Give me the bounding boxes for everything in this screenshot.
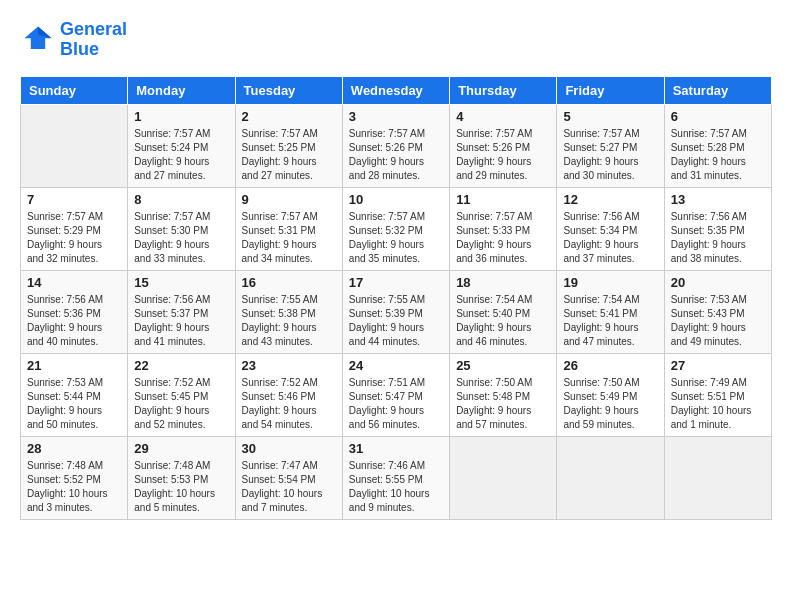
day-cell: 13Sunrise: 7:56 AMSunset: 5:35 PMDayligh… bbox=[664, 187, 771, 270]
day-cell: 23Sunrise: 7:52 AMSunset: 5:46 PMDayligh… bbox=[235, 353, 342, 436]
day-number: 10 bbox=[349, 192, 443, 207]
week-row-5: 28Sunrise: 7:48 AMSunset: 5:52 PMDayligh… bbox=[21, 436, 772, 519]
week-row-4: 21Sunrise: 7:53 AMSunset: 5:44 PMDayligh… bbox=[21, 353, 772, 436]
day-cell: 25Sunrise: 7:50 AMSunset: 5:48 PMDayligh… bbox=[450, 353, 557, 436]
day-number: 2 bbox=[242, 109, 336, 124]
day-cell bbox=[450, 436, 557, 519]
day-info: Sunrise: 7:53 AMSunset: 5:43 PMDaylight:… bbox=[671, 293, 765, 349]
column-header-wednesday: Wednesday bbox=[342, 76, 449, 104]
day-info: Sunrise: 7:47 AMSunset: 5:54 PMDaylight:… bbox=[242, 459, 336, 515]
day-number: 16 bbox=[242, 275, 336, 290]
day-cell: 17Sunrise: 7:55 AMSunset: 5:39 PMDayligh… bbox=[342, 270, 449, 353]
day-info: Sunrise: 7:57 AMSunset: 5:29 PMDaylight:… bbox=[27, 210, 121, 266]
day-cell: 16Sunrise: 7:55 AMSunset: 5:38 PMDayligh… bbox=[235, 270, 342, 353]
column-header-tuesday: Tuesday bbox=[235, 76, 342, 104]
day-cell: 27Sunrise: 7:49 AMSunset: 5:51 PMDayligh… bbox=[664, 353, 771, 436]
day-number: 25 bbox=[456, 358, 550, 373]
logo: General Blue bbox=[20, 20, 127, 60]
day-cell: 10Sunrise: 7:57 AMSunset: 5:32 PMDayligh… bbox=[342, 187, 449, 270]
day-cell: 19Sunrise: 7:54 AMSunset: 5:41 PMDayligh… bbox=[557, 270, 664, 353]
day-number: 26 bbox=[563, 358, 657, 373]
column-header-thursday: Thursday bbox=[450, 76, 557, 104]
day-info: Sunrise: 7:57 AMSunset: 5:30 PMDaylight:… bbox=[134, 210, 228, 266]
day-info: Sunrise: 7:57 AMSunset: 5:26 PMDaylight:… bbox=[456, 127, 550, 183]
day-number: 5 bbox=[563, 109, 657, 124]
day-cell: 18Sunrise: 7:54 AMSunset: 5:40 PMDayligh… bbox=[450, 270, 557, 353]
day-info: Sunrise: 7:50 AMSunset: 5:49 PMDaylight:… bbox=[563, 376, 657, 432]
day-info: Sunrise: 7:56 AMSunset: 5:35 PMDaylight:… bbox=[671, 210, 765, 266]
day-cell: 4Sunrise: 7:57 AMSunset: 5:26 PMDaylight… bbox=[450, 104, 557, 187]
day-cell: 11Sunrise: 7:57 AMSunset: 5:33 PMDayligh… bbox=[450, 187, 557, 270]
day-number: 3 bbox=[349, 109, 443, 124]
day-number: 6 bbox=[671, 109, 765, 124]
day-info: Sunrise: 7:55 AMSunset: 5:38 PMDaylight:… bbox=[242, 293, 336, 349]
day-cell: 3Sunrise: 7:57 AMSunset: 5:26 PMDaylight… bbox=[342, 104, 449, 187]
day-info: Sunrise: 7:50 AMSunset: 5:48 PMDaylight:… bbox=[456, 376, 550, 432]
day-number: 14 bbox=[27, 275, 121, 290]
day-info: Sunrise: 7:57 AMSunset: 5:27 PMDaylight:… bbox=[563, 127, 657, 183]
week-row-2: 7Sunrise: 7:57 AMSunset: 5:29 PMDaylight… bbox=[21, 187, 772, 270]
day-info: Sunrise: 7:57 AMSunset: 5:31 PMDaylight:… bbox=[242, 210, 336, 266]
day-number: 30 bbox=[242, 441, 336, 456]
day-info: Sunrise: 7:57 AMSunset: 5:32 PMDaylight:… bbox=[349, 210, 443, 266]
calendar-table: SundayMondayTuesdayWednesdayThursdayFrid… bbox=[20, 76, 772, 520]
day-info: Sunrise: 7:53 AMSunset: 5:44 PMDaylight:… bbox=[27, 376, 121, 432]
day-number: 21 bbox=[27, 358, 121, 373]
day-cell: 24Sunrise: 7:51 AMSunset: 5:47 PMDayligh… bbox=[342, 353, 449, 436]
day-cell: 7Sunrise: 7:57 AMSunset: 5:29 PMDaylight… bbox=[21, 187, 128, 270]
day-number: 12 bbox=[563, 192, 657, 207]
logo-text: General Blue bbox=[60, 20, 127, 60]
column-header-friday: Friday bbox=[557, 76, 664, 104]
day-number: 9 bbox=[242, 192, 336, 207]
day-info: Sunrise: 7:54 AMSunset: 5:41 PMDaylight:… bbox=[563, 293, 657, 349]
column-header-saturday: Saturday bbox=[664, 76, 771, 104]
day-cell: 5Sunrise: 7:57 AMSunset: 5:27 PMDaylight… bbox=[557, 104, 664, 187]
day-info: Sunrise: 7:56 AMSunset: 5:36 PMDaylight:… bbox=[27, 293, 121, 349]
day-cell bbox=[21, 104, 128, 187]
day-info: Sunrise: 7:57 AMSunset: 5:26 PMDaylight:… bbox=[349, 127, 443, 183]
day-cell: 22Sunrise: 7:52 AMSunset: 5:45 PMDayligh… bbox=[128, 353, 235, 436]
page-header: General Blue bbox=[20, 20, 772, 60]
day-cell: 15Sunrise: 7:56 AMSunset: 5:37 PMDayligh… bbox=[128, 270, 235, 353]
day-cell: 20Sunrise: 7:53 AMSunset: 5:43 PMDayligh… bbox=[664, 270, 771, 353]
day-number: 15 bbox=[134, 275, 228, 290]
day-number: 11 bbox=[456, 192, 550, 207]
day-number: 18 bbox=[456, 275, 550, 290]
day-info: Sunrise: 7:55 AMSunset: 5:39 PMDaylight:… bbox=[349, 293, 443, 349]
day-number: 17 bbox=[349, 275, 443, 290]
logo-icon bbox=[20, 22, 56, 58]
day-cell: 8Sunrise: 7:57 AMSunset: 5:30 PMDaylight… bbox=[128, 187, 235, 270]
day-number: 23 bbox=[242, 358, 336, 373]
day-info: Sunrise: 7:57 AMSunset: 5:28 PMDaylight:… bbox=[671, 127, 765, 183]
day-info: Sunrise: 7:54 AMSunset: 5:40 PMDaylight:… bbox=[456, 293, 550, 349]
column-header-sunday: Sunday bbox=[21, 76, 128, 104]
day-number: 1 bbox=[134, 109, 228, 124]
day-info: Sunrise: 7:57 AMSunset: 5:33 PMDaylight:… bbox=[456, 210, 550, 266]
day-cell bbox=[557, 436, 664, 519]
day-info: Sunrise: 7:52 AMSunset: 5:45 PMDaylight:… bbox=[134, 376, 228, 432]
day-cell: 1Sunrise: 7:57 AMSunset: 5:24 PMDaylight… bbox=[128, 104, 235, 187]
day-info: Sunrise: 7:46 AMSunset: 5:55 PMDaylight:… bbox=[349, 459, 443, 515]
day-number: 8 bbox=[134, 192, 228, 207]
day-number: 20 bbox=[671, 275, 765, 290]
week-row-1: 1Sunrise: 7:57 AMSunset: 5:24 PMDaylight… bbox=[21, 104, 772, 187]
week-row-3: 14Sunrise: 7:56 AMSunset: 5:36 PMDayligh… bbox=[21, 270, 772, 353]
day-info: Sunrise: 7:57 AMSunset: 5:24 PMDaylight:… bbox=[134, 127, 228, 183]
day-number: 28 bbox=[27, 441, 121, 456]
day-info: Sunrise: 7:48 AMSunset: 5:53 PMDaylight:… bbox=[134, 459, 228, 515]
day-number: 31 bbox=[349, 441, 443, 456]
day-cell: 12Sunrise: 7:56 AMSunset: 5:34 PMDayligh… bbox=[557, 187, 664, 270]
day-cell: 6Sunrise: 7:57 AMSunset: 5:28 PMDaylight… bbox=[664, 104, 771, 187]
calendar-header-row: SundayMondayTuesdayWednesdayThursdayFrid… bbox=[21, 76, 772, 104]
day-cell bbox=[664, 436, 771, 519]
day-number: 27 bbox=[671, 358, 765, 373]
day-number: 29 bbox=[134, 441, 228, 456]
day-info: Sunrise: 7:49 AMSunset: 5:51 PMDaylight:… bbox=[671, 376, 765, 432]
day-cell: 31Sunrise: 7:46 AMSunset: 5:55 PMDayligh… bbox=[342, 436, 449, 519]
day-info: Sunrise: 7:56 AMSunset: 5:34 PMDaylight:… bbox=[563, 210, 657, 266]
day-cell: 9Sunrise: 7:57 AMSunset: 5:31 PMDaylight… bbox=[235, 187, 342, 270]
day-number: 19 bbox=[563, 275, 657, 290]
day-info: Sunrise: 7:57 AMSunset: 5:25 PMDaylight:… bbox=[242, 127, 336, 183]
day-cell: 30Sunrise: 7:47 AMSunset: 5:54 PMDayligh… bbox=[235, 436, 342, 519]
day-cell: 28Sunrise: 7:48 AMSunset: 5:52 PMDayligh… bbox=[21, 436, 128, 519]
